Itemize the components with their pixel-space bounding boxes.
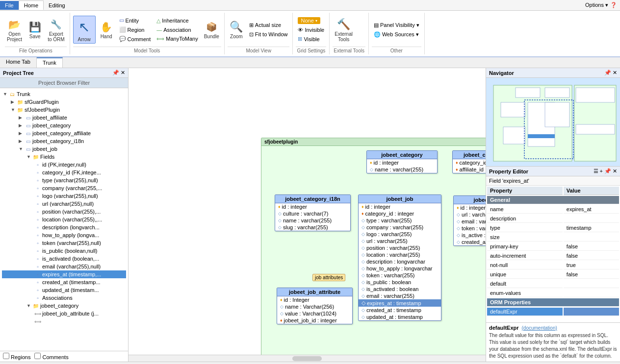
prop-value-type[interactable]: timestamp <box>564 224 619 232</box>
prop-row-type[interactable]: typetimestamp <box>487 224 619 232</box>
prop-pin-btn[interactable]: 📌 <box>604 168 611 174</box>
prop-row-description[interactable]: description <box>487 215 619 223</box>
tree-item-field_updated_at[interactable]: ▫ updated_at (timestam... <box>2 286 126 294</box>
main-canvas[interactable]: sfjobeetplugin jobeet_category ♦ id : in… <box>129 68 486 355</box>
association-button[interactable]: — Association <box>155 26 200 34</box>
expand-sfguard[interactable]: ▶ <box>11 99 16 104</box>
prop-row-not-null[interactable]: not-nulltrue <box>487 261 619 269</box>
nav-pin-btn[interactable]: 📌 <box>604 70 611 76</box>
hand-button[interactable]: ✋ Hand <box>98 19 115 40</box>
entity-button[interactable]: ▭ Entity <box>117 16 153 24</box>
none-button[interactable]: None ▾ <box>296 16 326 25</box>
bundle-button[interactable]: 📦 Bundle <box>202 19 221 40</box>
sidebar-close-btn[interactable]: ✕ <box>121 70 125 76</box>
expand-affiliate[interactable]: ▶ <box>19 115 24 120</box>
tree-item-field_created_at[interactable]: ▫ created_at (timestamp... <box>2 278 126 286</box>
entity-jobeet-affiliate[interactable]: jobeet_affiliate ♦ id : integer ◇ url : … <box>453 195 486 246</box>
expand-cat-aff[interactable]: ▶ <box>19 131 24 136</box>
canvas-scroll-h[interactable] <box>129 355 486 362</box>
external-tools-button[interactable]: 🔨 ExternalTools <box>333 17 355 43</box>
entity-jobeet-cat-i18n[interactable]: jobeet_category_i18n ♦ id : integer ◇ cu… <box>275 194 351 231</box>
tree-item-field_category_id[interactable]: ▫ category_id (FK,intege... <box>2 169 126 176</box>
tree-item-fields-folder[interactable]: ▼ 📁 Fields <box>2 153 126 161</box>
tree-item-field_expires_at[interactable]: ▫ expires_at (timestamp,... <box>2 270 126 278</box>
region-button[interactable]: ⬜ Region <box>117 25 153 34</box>
visible-button[interactable]: ⊞ Visible <box>296 35 326 43</box>
help-btn[interactable]: ❓ <box>610 2 617 8</box>
expand-job[interactable]: ▼ <box>19 146 24 151</box>
prop-value-unique[interactable]: false <box>564 270 619 279</box>
arrow-button[interactable]: ↖ Arrow <box>73 16 96 44</box>
prop-row-default[interactable]: default <box>487 280 619 288</box>
tab-home[interactable]: Home Tab <box>0 57 37 68</box>
defaultexpr-doc-link[interactable]: (documentation) <box>522 325 557 331</box>
menu-tab-home[interactable]: Home <box>19 0 44 10</box>
prop-row-name[interactable]: nameexpires_at <box>487 205 619 214</box>
prop-value-auto-increment[interactable]: false <box>564 252 619 260</box>
panel-visibility-button[interactable]: ▤ Panel Visibility ▾ <box>372 21 421 29</box>
nav-close-btn[interactable]: ✕ <box>613 70 617 76</box>
tree-item-field_location[interactable]: ▫ location (varchar(255),,... <box>2 216 126 223</box>
tree-item-jobeet-category[interactable]: ▶ ▭ jobeet_category <box>2 121 126 129</box>
prop-row-primary-key[interactable]: primary-keyfalse <box>487 243 619 251</box>
prop-scroll-area[interactable]: Property Value Generalnameexpires_atdesc… <box>486 186 620 322</box>
navigator-map[interactable] <box>486 78 620 166</box>
prop-add-icon[interactable]: + <box>600 168 603 174</box>
field-job-expires[interactable]: ◇ expires_at : timestamp <box>359 299 441 307</box>
zoom-button[interactable]: 🔍 Zoom <box>228 19 245 40</box>
actual-size-button[interactable]: ⊞ Actual size <box>247 21 290 29</box>
tree-item-trunk[interactable]: ▼ 🗂 Trunk <box>2 90 126 98</box>
expand-sfjobeet[interactable]: ▼ <box>11 107 16 112</box>
prop-value-size[interactable] <box>564 233 619 242</box>
sidebar-filter[interactable]: Project Browser Filter <box>0 78 128 88</box>
prop-row-defaultExpr[interactable]: defaultExpr <box>487 308 619 316</box>
menu-tab-file[interactable]: File <box>0 1 19 10</box>
entity-jobeet-cat-affiliate[interactable]: jobeet_category_affiliate ♦ category_id … <box>452 150 486 173</box>
prop-value-description[interactable] <box>564 215 619 223</box>
prop-value-enum-values[interactable] <box>564 289 619 297</box>
tree-item-assoc-category[interactable]: ⟺ jobeet_job_attribute (j... <box>2 310 126 317</box>
tree-item-field_is_activated[interactable]: ▫ is_activated (boolean,... <box>2 255 126 263</box>
invisible-button[interactable]: 👁 Invisible <box>296 26 326 34</box>
tree-item-associations-folder[interactable]: ▼ 📁 jobeet_category <box>2 302 126 310</box>
tree-item-field_id[interactable]: ▫ id (PK,integer,null) <box>2 161 126 169</box>
entity-jobeet-job-attribute[interactable]: jobeet_job_attribute ♦ id : Integer ◇ na… <box>277 288 353 324</box>
entity-jobeet-job[interactable]: jobeet_job ♦ id : integer ♦ category_id … <box>358 194 441 321</box>
regions-check[interactable]: Regions <box>3 353 30 360</box>
tree-item-field_is_public[interactable]: ▫ is_public (boolean,null) <box>2 247 126 255</box>
prop-value-defaultExpr[interactable] <box>564 308 619 316</box>
web-sources-button[interactable]: 🌐 Web Sources ▾ <box>372 30 421 39</box>
tree-item-assoc-job-attr[interactable]: ⟺ <box>2 317 126 325</box>
tree-item-sfguard[interactable]: ▶ 📁 sfGuardPlugin <box>2 98 126 106</box>
prop-row-auto-increment[interactable]: auto-incrementfalse <box>487 252 619 260</box>
scroll-thumb-h[interactable] <box>292 356 322 361</box>
prop-list-icon[interactable]: ☰ <box>594 168 598 174</box>
export-orm-button[interactable]: 🔧 Exportto ORM <box>46 17 66 43</box>
prop-value-name[interactable]: expires_at <box>564 205 619 214</box>
tree-item-field_position[interactable]: ▫ position (varchar(255),... <box>2 208 126 216</box>
tree-item-sfjobeet[interactable]: ▼ 📁 sfJobeetPlugin <box>2 106 126 114</box>
expand-fields[interactable]: ▼ <box>26 154 31 159</box>
tree-item-field_how_to_apply[interactable]: ▫ how_to_apply (longva... <box>2 231 126 239</box>
expand-trunk[interactable]: ▼ <box>3 92 8 97</box>
prop-value-default[interactable] <box>564 280 619 288</box>
fit-window-button[interactable]: ⊡ Fit to Window <box>247 30 290 39</box>
tree-item-field_email[interactable]: ▫ email (varchar(255),null) <box>2 263 126 270</box>
tree-item-jobeet-job[interactable]: ▼ ▭ jobeet_job <box>2 145 126 153</box>
expand-category[interactable]: ▶ <box>19 123 24 128</box>
tree-item-jobeet-affiliate[interactable]: ▶ ▭ jobeet_affiliate <box>2 114 126 121</box>
tree-item-field_logo[interactable]: ▫ logo (varchar(255),null) <box>2 192 126 200</box>
tree-item-field_token[interactable]: ▫ token (varchar(255),null) <box>2 239 126 247</box>
prop-value-primary-key[interactable]: false <box>564 243 619 251</box>
save-button[interactable]: 💾 Save <box>26 19 44 40</box>
tree-item-jobeet-cat-i18n[interactable]: ▶ ▭ jobeet_category_i18n <box>2 137 126 145</box>
inheritance-button[interactable]: △ Inheritance <box>155 17 200 25</box>
prop-value-not-null[interactable]: true <box>564 261 619 269</box>
tree-item-associations[interactable]: ▫ Associations <box>2 294 126 302</box>
tree-item-field_company[interactable]: ▫ company (varchar(255,... <box>2 184 126 192</box>
expand-associations[interactable]: ▼ <box>26 303 31 308</box>
prop-row-enum-values[interactable]: enum-values <box>487 289 619 297</box>
tree-item-jobeet-cat-aff[interactable]: ▶ ▭ jobeet_category_affiliate <box>2 129 126 137</box>
prop-close-btn[interactable]: ✕ <box>613 168 617 174</box>
tree-item-field_description[interactable]: ▫ description (longvarch... <box>2 223 126 231</box>
